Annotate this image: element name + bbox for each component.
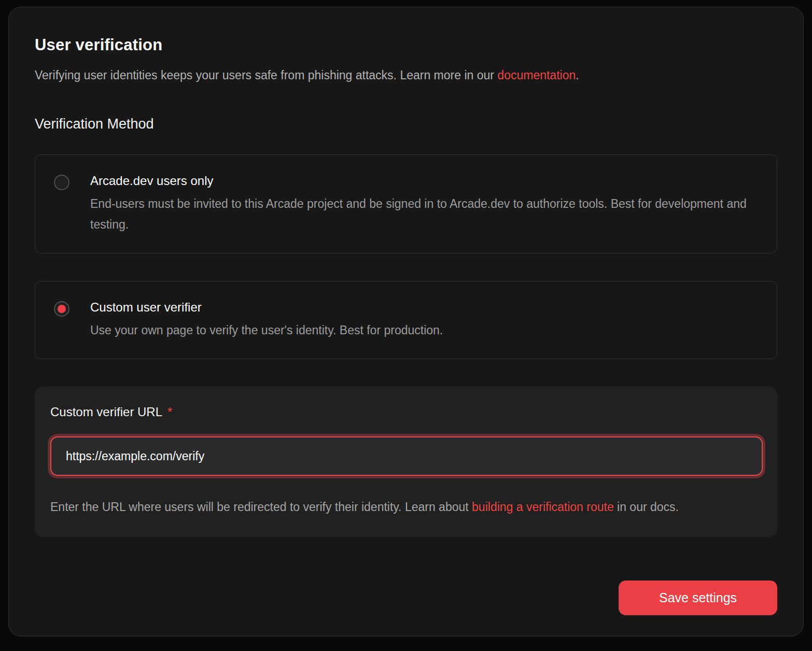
custom-verifier-url-input[interactable] <box>50 436 763 476</box>
option-label-custom-user-verifier: Custom user verifier <box>90 300 758 315</box>
intro-text: Verifying user identities keeps your use… <box>35 67 777 83</box>
helper-text: Enter the URL where users will be redire… <box>50 497 757 517</box>
required-asterisk: * <box>167 405 172 419</box>
radio-button-arcade-users-only[interactable] <box>54 175 69 190</box>
option-body: Arcade.dev users only End-users must be … <box>90 173 758 235</box>
helper-text-suffix: in our docs. <box>617 500 679 514</box>
documentation-link[interactable]: documentation <box>497 68 576 82</box>
option-card-arcade-users-only[interactable]: Arcade.dev users only End-users must be … <box>35 154 777 253</box>
field-label-text: Custom verifier URL <box>50 405 162 419</box>
custom-verifier-url-section: Custom verifier URL* Enter the URL where… <box>35 387 777 537</box>
custom-verifier-url-label: Custom verifier URL* <box>50 404 763 420</box>
actions-row: Save settings <box>35 581 777 615</box>
helper-text-main: Enter the URL where users will be redire… <box>50 500 469 514</box>
page-title: User verification <box>35 35 777 55</box>
verification-method-heading: Verification Method <box>35 115 777 133</box>
option-description-arcade-users-only: End-users must be invited to this Arcade… <box>90 193 758 235</box>
radio-button-custom-user-verifier[interactable] <box>54 301 69 317</box>
verification-route-link[interactable]: building a verification route <box>472 500 614 514</box>
option-card-custom-user-verifier[interactable]: Custom user verifier Use your own page t… <box>35 281 777 359</box>
option-label-arcade-users-only: Arcade.dev users only <box>90 173 758 189</box>
option-description-custom-user-verifier: Use your own page to verify the user's i… <box>90 320 758 341</box>
option-body: Custom user verifier Use your own page t… <box>90 300 758 341</box>
user-verification-panel: User verification Verifying user identit… <box>8 7 804 636</box>
save-settings-button[interactable]: Save settings <box>619 581 777 615</box>
intro-period: . <box>576 68 579 82</box>
intro-text-main: Verifying user identities keeps your use… <box>35 68 494 82</box>
